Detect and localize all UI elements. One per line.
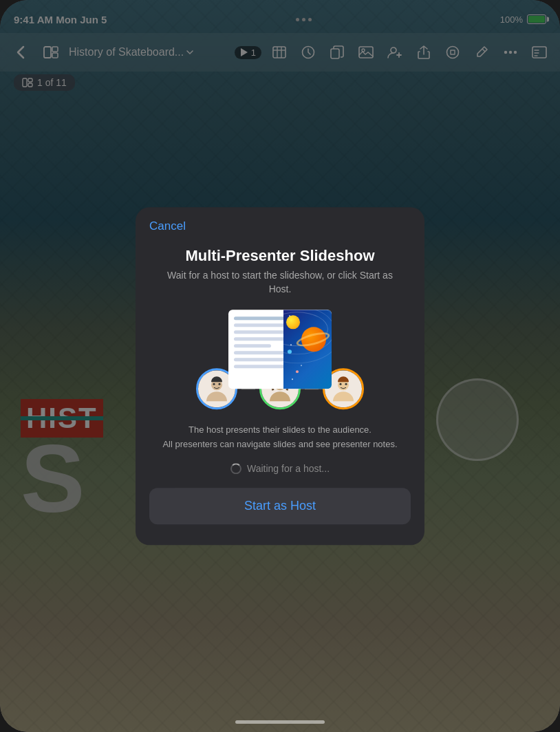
modal-title: Multi-Presenter Slideshow: [136, 240, 424, 269]
slide-preview-card: [228, 310, 332, 389]
slide-line-7: [234, 358, 289, 362]
modal-subtitle: Wait for a host to start the slideshow, …: [136, 269, 424, 310]
modal-description: The host presents their slides to the au…: [136, 424, 424, 464]
modal-dialog: Cancel Multi-Presenter Slideshow Wait fo…: [136, 207, 424, 545]
svg-point-31: [340, 383, 342, 385]
waiting-status: Waiting for a host...: [136, 463, 424, 474]
home-indicator: [235, 720, 325, 724]
svg-point-26: [219, 383, 221, 385]
ipad-frame: HIST S 9:41 AM Mon Jun 5 100%: [0, 0, 560, 732]
slide-preview-planet: [283, 310, 332, 389]
illustration-container: [136, 310, 424, 410]
slide-line-1: [234, 317, 285, 321]
waiting-label: Waiting for a host...: [247, 463, 330, 474]
cancel-button[interactable]: Cancel: [136, 207, 200, 240]
svg-point-25: [213, 383, 215, 385]
slide-line-5: [234, 345, 271, 348]
svg-point-32: [345, 383, 347, 385]
start-as-host-button[interactable]: Start as Host: [149, 488, 411, 524]
loading-spinner: [230, 463, 241, 474]
slide-line-3: [234, 331, 289, 334]
